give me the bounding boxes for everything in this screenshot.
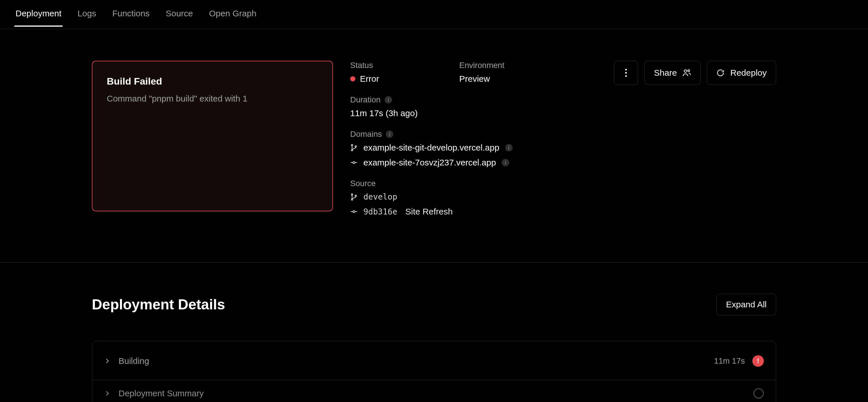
deployment-tabs: Deployment Logs Functions Source Open Gr…: [0, 0, 868, 29]
source-commit-message: Site Refresh: [405, 207, 453, 216]
domain-row: example-site-git-develop.vercel.app: [350, 143, 597, 153]
status-text: Error: [360, 74, 379, 84]
svg-point-10: [625, 75, 627, 77]
build-error-message: Command "pnpm build" exited with 1: [107, 94, 318, 103]
redeploy-button[interactable]: Redeploy: [707, 61, 776, 85]
accordion-label: Building: [119, 356, 149, 366]
deployment-overview: Build Failed Command "pnpm build" exited…: [0, 29, 868, 216]
environment-label: Environment: [459, 61, 528, 70]
share-button[interactable]: Share: [644, 61, 701, 85]
deployment-meta: Status Error Environment Preview Duratio…: [350, 61, 597, 216]
users-icon: [683, 69, 691, 77]
build-preview-card: Build Failed Command "pnpm build" exited…: [92, 61, 333, 211]
accordion-row-building[interactable]: Building 11m 17s: [92, 341, 776, 380]
svg-point-4: [351, 194, 353, 195]
tab-functions[interactable]: Functions: [111, 9, 151, 26]
accordion-time: 11m 17s: [714, 357, 745, 366]
git-branch-icon: [350, 144, 358, 152]
status-label: Status: [350, 61, 419, 70]
git-commit-icon: [350, 159, 358, 166]
tab-source[interactable]: Source: [164, 9, 194, 26]
environment-value: Preview: [459, 74, 528, 84]
status-ring-icon: [753, 388, 764, 399]
chevron-right-icon: [104, 358, 111, 364]
svg-point-8: [625, 69, 627, 71]
kebab-icon: [625, 69, 627, 77]
svg-point-6: [355, 195, 356, 196]
chevron-right-icon: [104, 390, 111, 397]
share-label: Share: [654, 68, 677, 78]
svg-point-0: [351, 144, 353, 146]
refresh-icon: [716, 69, 724, 77]
domain-row: example-site-7osvzj237.vercel.app: [350, 158, 597, 167]
more-actions-button[interactable]: [614, 61, 638, 85]
deployment-actions: Share Redeploy: [614, 61, 776, 216]
error-badge-icon: [752, 355, 764, 367]
info-icon[interactable]: [384, 96, 392, 103]
domain-link[interactable]: example-site-git-develop.vercel.app: [363, 143, 499, 153]
svg-point-11: [684, 70, 687, 72]
expand-all-button[interactable]: Expand All: [716, 294, 776, 315]
tab-logs[interactable]: Logs: [76, 9, 97, 26]
info-icon[interactable]: [505, 144, 513, 152]
source-branch[interactable]: develop: [363, 192, 397, 202]
git-commit-icon: [350, 208, 358, 215]
source-branch-row: develop: [350, 192, 597, 202]
source-label: Source: [350, 179, 597, 188]
details-heading: Deployment Details: [92, 296, 225, 313]
redeploy-label: Redeploy: [730, 68, 767, 78]
tab-open-graph[interactable]: Open Graph: [208, 9, 257, 26]
accordion-row-summary[interactable]: Deployment Summary: [92, 380, 776, 402]
domains-label: Domains: [350, 130, 382, 139]
svg-point-7: [353, 211, 355, 213]
status-value: Error: [350, 74, 419, 84]
status-error-dot-icon: [350, 76, 355, 81]
git-branch-icon: [350, 193, 358, 201]
source-commit-row: 9db316e Site Refresh: [350, 207, 597, 216]
tab-deployment[interactable]: Deployment: [14, 9, 63, 26]
accordion-label: Deployment Summary: [119, 389, 204, 398]
duration-value: 11m 17s (3h ago): [350, 108, 597, 118]
info-icon[interactable]: [386, 130, 393, 138]
svg-point-9: [625, 72, 627, 74]
details-accordion: Building 11m 17s Deployment Summary: [92, 341, 776, 402]
deployment-details: Deployment Details Expand All Building 1…: [0, 263, 868, 402]
domain-link[interactable]: example-site-7osvzj237.vercel.app: [363, 158, 496, 167]
svg-point-3: [353, 162, 355, 164]
svg-point-2: [355, 146, 356, 147]
build-status-title: Build Failed: [107, 76, 318, 87]
svg-point-12: [688, 70, 690, 72]
info-icon[interactable]: [502, 159, 509, 166]
duration-label: Duration: [350, 95, 381, 104]
source-commit-hash[interactable]: 9db316e: [363, 207, 397, 216]
